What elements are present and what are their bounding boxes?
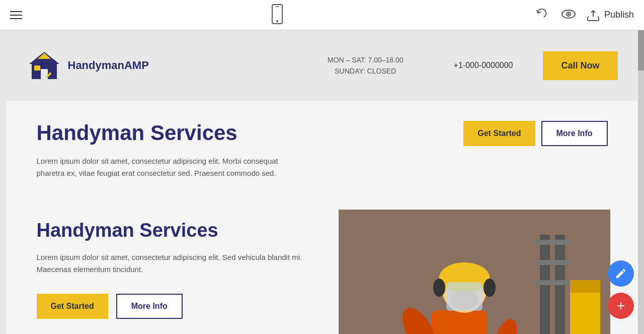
- header-hours-info: MON – SAT: 7.00–18.00 SUNDAY: CLOSED: [328, 54, 404, 77]
- hero-description: Lorem ipsum dolor sit amet, consectetur …: [37, 155, 288, 179]
- hero-left: Handyman Services Lorem ipsum dolor sit …: [37, 121, 288, 179]
- second-right: [339, 210, 610, 334]
- hero-section: Handyman Services Lorem ipsum dolor sit …: [7, 101, 638, 199]
- worker-scene: [339, 210, 610, 334]
- second-section: Handyman Services Lorem ipsum dolor sit …: [7, 199, 638, 334]
- call-now-button[interactable]: Call Now: [543, 51, 617, 80]
- svg-rect-18: [570, 290, 600, 334]
- preview-button[interactable]: [559, 6, 578, 24]
- site-header: HandymanAMP MON – SAT: 7.00–18.00 SUNDAY…: [7, 30, 638, 101]
- toolbar-left: [10, 11, 22, 19]
- second-left: Handyman Services Lorem ipsum dolor sit …: [37, 210, 318, 319]
- second-title: Handyman Services: [37, 220, 318, 241]
- svg-point-34: [484, 279, 496, 297]
- svg-rect-16: [535, 260, 570, 265]
- hero-title: Handyman Services: [37, 121, 288, 145]
- logo-area: HandymanAMP: [27, 48, 149, 83]
- main-content: HandymanAMP MON – SAT: 7.00–18.00 SUNDAY…: [0, 30, 644, 334]
- website-preview: HandymanAMP MON – SAT: 7.00–18.00 SUNDAY…: [7, 30, 638, 334]
- hero-get-started-button[interactable]: Get Started: [463, 121, 535, 146]
- svg-rect-23: [432, 310, 487, 334]
- edit-fab-button[interactable]: [608, 260, 634, 287]
- header-hours: MON – SAT: 7.00–18.00 SUNDAY: CLOSED: [328, 54, 404, 77]
- scrollbar-thumb[interactable]: [638, 30, 644, 71]
- svg-rect-8: [34, 65, 40, 71]
- svg-point-5: [568, 13, 570, 15]
- header-center-right: MON – SAT: 7.00–18.00 SUNDAY: CLOSED +1-…: [149, 51, 618, 80]
- hero-more-info-button[interactable]: More Info: [541, 121, 608, 146]
- undo-button[interactable]: [533, 5, 551, 25]
- svg-rect-17: [535, 280, 570, 285]
- worker-image: [339, 210, 610, 334]
- publish-button[interactable]: Publish: [586, 9, 634, 22]
- second-get-started-button[interactable]: Get Started: [37, 294, 108, 319]
- scrollbar[interactable]: [638, 30, 644, 334]
- toolbar: Publish: [0, 0, 644, 30]
- header-phone: +1-000-0000000: [454, 61, 513, 70]
- hero-buttons: Get Started More Info: [463, 121, 607, 146]
- toolbar-right: Publish: [533, 5, 634, 25]
- hamburger-menu-icon[interactable]: [10, 11, 22, 19]
- site-logo-text: HandymanAMP: [68, 59, 149, 72]
- second-description: Lorem ipsum dolor sit amet, consectetur …: [37, 251, 318, 276]
- second-more-info-button[interactable]: More Info: [116, 294, 183, 319]
- svg-rect-30: [439, 275, 490, 283]
- svg-rect-19: [570, 280, 600, 293]
- svg-rect-15: [535, 240, 570, 245]
- fab-container: [608, 260, 634, 319]
- mobile-preview-button[interactable]: [271, 4, 283, 26]
- svg-point-1: [276, 20, 278, 22]
- svg-rect-7: [41, 69, 48, 79]
- logo-icon: [27, 48, 62, 83]
- second-buttons: Get Started More Info: [37, 294, 318, 319]
- add-fab-button[interactable]: [608, 293, 634, 319]
- publish-label: Publish: [604, 10, 634, 20]
- svg-point-33: [433, 279, 445, 297]
- toolbar-center: [271, 4, 283, 26]
- svg-point-32: [450, 291, 478, 309]
